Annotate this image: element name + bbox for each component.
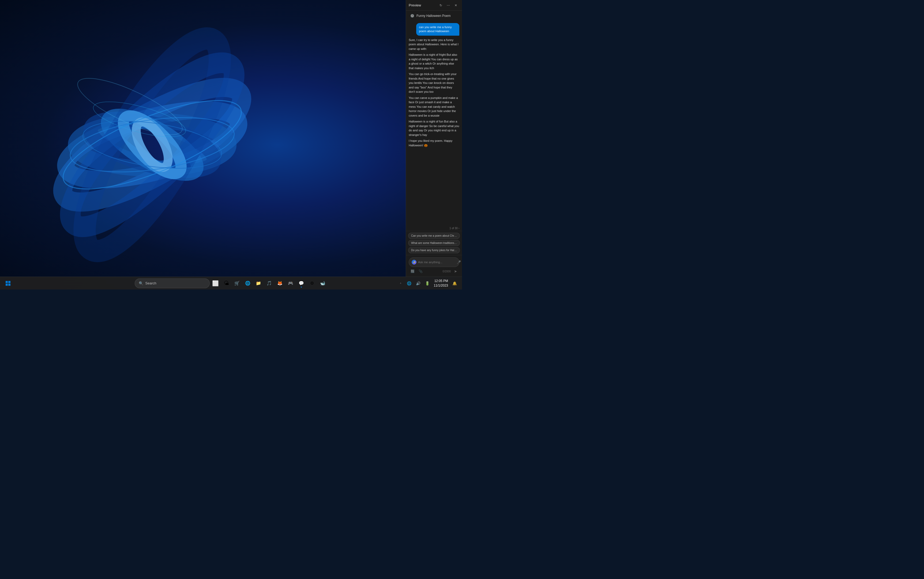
suggestion-3[interactable]: Do you have any funny jokes for Hallowee…: [408, 247, 460, 254]
media-player-icon[interactable]: 🎵: [264, 278, 274, 288]
copilot-avatar: ✨: [412, 260, 416, 265]
svg-rect-15: [8, 281, 10, 283]
input-area: ✨ 🎤 🔄 📎 0/2000 ➤: [406, 255, 462, 276]
suggestions-area: Can you write me a poem about Christmas?…: [406, 231, 462, 255]
microsoft-store-icon[interactable]: 🛒: [232, 278, 242, 288]
desktop: Preview ↻ ⋯ ✕ 🕐 Funny Halloween Poem can…: [0, 0, 462, 290]
notification-button[interactable]: 🔔: [450, 279, 459, 288]
search-bar-text: Search: [145, 281, 156, 285]
app-notification-dot: [301, 286, 302, 288]
suggestion-2[interactable]: What are some Halloween traditions in ot…: [408, 240, 460, 246]
ai-response: Sure, I can try to write you a funny poe…: [409, 38, 459, 148]
panel-header-icons: ↻ ⋯ ✕: [437, 2, 459, 9]
copilot-taskbar-icon[interactable]: 🐋: [318, 278, 328, 288]
start-button[interactable]: [3, 278, 13, 288]
attach-icon[interactable]: 📎: [417, 268, 424, 275]
edge-browser-icon[interactable]: 🌐: [243, 278, 253, 288]
mic-button[interactable]: 🎤: [457, 260, 461, 264]
steam-icon[interactable]: ⚙: [307, 278, 317, 288]
discord-icon[interactable]: 💬: [297, 278, 306, 288]
input-row: ✨ 🎤: [409, 257, 459, 267]
windows-logo-icon: [6, 281, 10, 286]
history-icon: 🕐: [410, 14, 414, 18]
volume-icon[interactable]: 🔊: [414, 279, 423, 288]
history-label: Funny Halloween Poem: [416, 14, 450, 18]
battery-icon[interactable]: 🔋: [423, 279, 432, 288]
chat-input[interactable]: [418, 260, 455, 264]
browser-icon-2[interactable]: 🦊: [275, 278, 285, 288]
taskbar-center: 🔍 Search ⬜ 🌤 🛒 🌐 📁 🎵 🦊: [135, 278, 328, 288]
suggestion-1[interactable]: Can you write me a poem about Christmas?: [408, 233, 460, 239]
time-display: 12:05 PM: [434, 279, 448, 283]
wallpaper: [0, 0, 462, 290]
search-icon: 🔍: [139, 281, 143, 286]
svg-rect-16: [6, 284, 8, 286]
pagination: 1 of 30 ›: [406, 226, 462, 231]
regenerate-icon[interactable]: 🔄: [409, 268, 416, 275]
taskbar-left: [3, 278, 13, 288]
system-tray-icons: 🌐 🔊 🔋: [405, 279, 432, 288]
history-item[interactable]: 🕐 Funny Halloween Poem: [407, 12, 460, 20]
user-message-bubble: can you write me a funny poem about Hall…: [416, 23, 459, 36]
refresh-button[interactable]: ↻: [437, 2, 444, 9]
widgets-button[interactable]: 🌤: [222, 278, 231, 288]
game-icon[interactable]: 🎮: [286, 278, 295, 288]
date-display: 11/1/2023: [434, 283, 448, 288]
svg-rect-14: [6, 281, 8, 283]
show-hidden-icons-button[interactable]: ∧: [399, 278, 403, 288]
network-icon[interactable]: 🌐: [405, 279, 414, 288]
taskbar-right: ∧ 🌐 🔊 🔋 12:05 PM 11/1/2023 🔔: [399, 278, 459, 288]
char-count: 0/2000: [442, 270, 451, 273]
system-clock[interactable]: 12:05 PM 11/1/2023: [434, 279, 448, 288]
copilot-panel: Preview ↻ ⋯ ✕ 🕐 Funny Halloween Poem can…: [406, 0, 462, 276]
send-button[interactable]: ➤: [452, 268, 459, 275]
input-footer-left: 🔄 📎: [409, 268, 424, 275]
taskbar: 🔍 Search ⬜ 🌤 🛒 🌐 📁 🎵 🦊: [0, 276, 462, 290]
bloom-svg: [0, 0, 347, 290]
close-panel-button[interactable]: ✕: [452, 2, 459, 9]
taskview-button[interactable]: ⬜: [211, 278, 220, 288]
svg-rect-17: [8, 284, 10, 286]
input-footer: 🔄 📎 0/2000 ➤: [409, 267, 459, 275]
more-options-button[interactable]: ⋯: [445, 2, 452, 9]
search-bar[interactable]: 🔍 Search: [135, 278, 210, 288]
panel-title: Preview: [409, 3, 421, 7]
chat-area: can you write me a funny poem about Hall…: [406, 21, 462, 226]
panel-header: Preview ↻ ⋯ ✕: [406, 0, 462, 11]
file-explorer-icon[interactable]: 📁: [254, 278, 263, 288]
